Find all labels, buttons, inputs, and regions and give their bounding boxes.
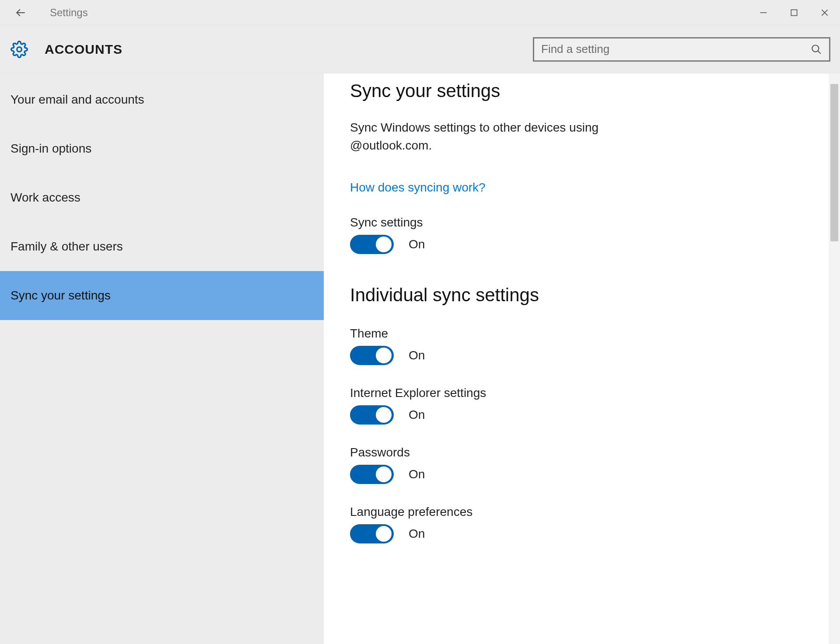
svg-point-5 bbox=[17, 47, 22, 52]
section-title: ACCOUNTS bbox=[45, 42, 122, 57]
sidebar-item-label: Sign-in options bbox=[10, 142, 91, 156]
sync-settings-state: On bbox=[409, 237, 425, 251]
passwords-state: On bbox=[409, 467, 425, 481]
language-pref-label: Language preferences bbox=[350, 505, 811, 519]
minimize-button[interactable] bbox=[748, 0, 779, 25]
passwords-toggle[interactable] bbox=[350, 465, 394, 484]
sidebar: Your email and accounts Sign-in options … bbox=[0, 73, 324, 644]
sync-settings-toggle[interactable] bbox=[350, 235, 394, 254]
sidebar-item-email-accounts[interactable]: Your email and accounts bbox=[0, 75, 324, 124]
search-icon bbox=[811, 44, 822, 55]
close-button[interactable] bbox=[809, 0, 840, 25]
sidebar-item-signin-options[interactable]: Sign-in options bbox=[0, 124, 324, 173]
passwords-label: Passwords bbox=[350, 446, 811, 460]
svg-rect-2 bbox=[791, 10, 797, 15]
sync-description: Sync Windows settings to other devices u… bbox=[350, 119, 682, 154]
sidebar-item-sync-settings[interactable]: Sync your settings bbox=[0, 271, 324, 320]
language-pref-toggle[interactable] bbox=[350, 524, 394, 543]
sidebar-item-label: Sync your settings bbox=[10, 289, 111, 303]
page-heading: Sync your settings bbox=[350, 80, 811, 101]
ie-settings-toggle[interactable] bbox=[350, 405, 394, 425]
how-sync-works-link[interactable]: How does syncing work? bbox=[350, 181, 486, 195]
ie-settings-label: Internet Explorer settings bbox=[350, 386, 811, 400]
ie-settings-state: On bbox=[409, 408, 425, 422]
search-box[interactable] bbox=[533, 37, 830, 62]
sidebar-item-family-users[interactable]: Family & other users bbox=[0, 222, 324, 271]
gear-icon bbox=[10, 40, 29, 59]
theme-toggle[interactable] bbox=[350, 346, 394, 365]
individual-sync-heading: Individual sync settings bbox=[350, 285, 811, 306]
sidebar-item-label: Family & other users bbox=[10, 240, 123, 254]
language-pref-state: On bbox=[409, 527, 425, 541]
sidebar-item-label: Work access bbox=[10, 191, 80, 205]
sidebar-item-work-access[interactable]: Work access bbox=[0, 173, 324, 222]
search-input[interactable] bbox=[541, 42, 811, 56]
content-area: Sync your settings Sync Windows settings… bbox=[324, 73, 829, 644]
sync-settings-label: Sync settings bbox=[350, 216, 811, 230]
theme-state: On bbox=[409, 348, 425, 362]
back-button[interactable] bbox=[12, 4, 30, 21]
vertical-scrollbar[interactable] bbox=[829, 73, 840, 644]
window-controls bbox=[748, 0, 840, 25]
scrollbar-thumb[interactable] bbox=[830, 84, 838, 241]
title-bar: Settings bbox=[0, 0, 840, 25]
window-title: Settings bbox=[50, 7, 88, 19]
maximize-button[interactable] bbox=[779, 0, 809, 25]
svg-line-7 bbox=[818, 51, 821, 54]
section-header: ACCOUNTS bbox=[0, 25, 840, 73]
theme-label: Theme bbox=[350, 327, 811, 341]
sidebar-item-label: Your email and accounts bbox=[10, 93, 144, 107]
svg-point-6 bbox=[812, 45, 819, 52]
